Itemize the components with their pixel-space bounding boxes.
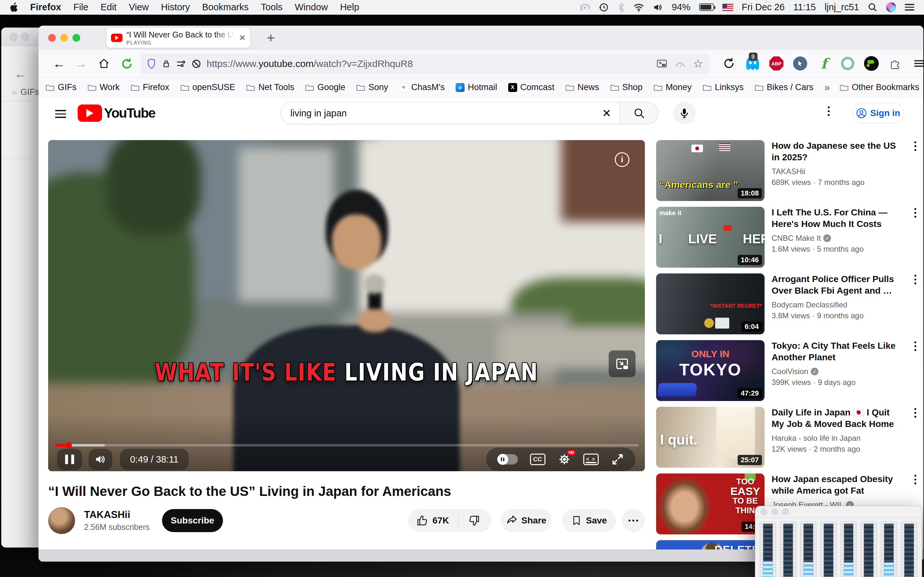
menu-view[interactable]: View	[129, 2, 149, 13]
video-title[interactable]: Arrogant Police Officer Pulls Over Black…	[772, 274, 900, 297]
bookmark-folder-net-tools[interactable]: Net Tools	[246, 82, 294, 92]
eq-minimize-button[interactable]	[771, 508, 778, 515]
minimize-window-button[interactable]	[60, 34, 68, 42]
channel-name[interactable]: CoolVision	[772, 367, 808, 376]
performance-gauge-icon[interactable]	[675, 60, 685, 68]
video-item-4[interactable]: ONLY IN TOKYO 47:29 Tokyo: A City That F…	[656, 340, 916, 401]
like-icon[interactable]	[417, 515, 428, 526]
progress-bar[interactable]	[55, 444, 638, 446]
pause-button[interactable]	[57, 449, 82, 470]
thumbnail-2[interactable]: make it I LIVE HERE 10:46	[656, 207, 764, 268]
zoom-window-button[interactable]	[73, 34, 80, 42]
channel-name[interactable]: CNBC Make It	[772, 234, 821, 243]
video-item-3[interactable]: *INSTANT REGRET* 6:04 Arrogant Police Of…	[656, 274, 916, 334]
home-button[interactable]	[95, 55, 113, 73]
menu-tools[interactable]: Tools	[261, 2, 283, 13]
wifi-icon[interactable]	[633, 3, 644, 12]
bookmark-folder-sony[interactable]: Sony	[356, 82, 388, 92]
search-button[interactable]	[620, 102, 658, 124]
bookmarks-overflow-chevron[interactable]: »	[824, 81, 830, 93]
bookmark-comcast[interactable]: XComcast	[508, 82, 555, 92]
item-kebab-menu[interactable]	[914, 342, 916, 351]
smart-refresh-extension-icon[interactable]	[118, 55, 136, 73]
menu-help[interactable]: Help	[340, 2, 359, 13]
bookmark-folder-news[interactable]: News	[565, 82, 599, 92]
channel-name[interactable]: TAKASHii	[772, 167, 805, 176]
firefox-pip-toggle[interactable]	[609, 350, 636, 377]
forward-button[interactable]: →	[72, 55, 90, 73]
save-button[interactable]: Save	[562, 509, 616, 532]
item-kebab-menu[interactable]	[914, 475, 916, 484]
eq-channel[interactable]	[901, 522, 917, 577]
video-title[interactable]: I Left The U.S. For China — Here's How M…	[772, 207, 900, 230]
eq-channel[interactable]	[881, 522, 897, 577]
new-tab-button[interactable]: +	[263, 30, 278, 45]
back-arrow-icon[interactable]: ←	[14, 67, 27, 81]
privacy-ring-extension-icon[interactable]	[838, 55, 857, 73]
menu-window[interactable]: Window	[295, 2, 328, 13]
opensuse-extension-icon[interactable]	[863, 55, 880, 73]
item-kebab-menu[interactable]	[914, 275, 916, 284]
back-button[interactable]: ←	[50, 55, 68, 73]
channel-name[interactable]: TAKASHii	[84, 509, 130, 521]
bookmark-hotmail[interactable]: oHotmail	[456, 82, 497, 92]
tab-youtube[interactable]: “I Will Never Go Back to the US” PLAYING…	[107, 28, 250, 48]
bluetooth-icon[interactable]	[618, 3, 625, 12]
menubar-time[interactable]: 11:15	[793, 2, 816, 13]
thumbnail-4[interactable]: ONLY IN TOKYO 47:29	[656, 340, 764, 401]
eq-channel[interactable]	[841, 522, 857, 577]
item-kebab-menu[interactable]	[914, 408, 916, 418]
permissions-icon[interactable]	[176, 59, 186, 69]
share-button[interactable]: Share	[501, 509, 552, 532]
lock-icon[interactable]	[162, 59, 171, 69]
other-bookmarks-folder[interactable]: Other Bookmarks	[840, 82, 919, 92]
sign-in-button[interactable]: Sign in	[852, 103, 904, 123]
autoplay-toggle[interactable]	[497, 454, 518, 464]
item-kebab-menu[interactable]	[914, 208, 916, 218]
theater-mode-button[interactable]: < >	[583, 454, 599, 465]
url-bar[interactable]: https://www.youtube.com/watch?v=ZijxdRhq…	[141, 53, 709, 74]
eq-channel[interactable]	[800, 522, 817, 577]
apple-menu-icon[interactable]	[10, 3, 18, 12]
fullscreen-button[interactable]	[611, 453, 624, 466]
menubar-date[interactable]: Fri Dec 26	[742, 2, 785, 13]
bookmark-folder-money[interactable]: Money	[654, 82, 692, 92]
menu-history[interactable]: History	[161, 2, 190, 13]
adblock-plus-extension-icon[interactable]: ABP	[767, 55, 785, 73]
tab-close-icon[interactable]: ✕	[239, 33, 246, 43]
menu-edit[interactable]: Edit	[100, 2, 116, 13]
bookmark-folder-work[interactable]: Work	[87, 82, 120, 92]
eq-close-button[interactable]	[760, 508, 767, 515]
menu-file[interactable]: File	[73, 2, 89, 13]
siri-icon[interactable]	[886, 2, 896, 12]
youtube-logo[interactable]: YouTube	[78, 105, 155, 122]
bookmark-folder-bikes-cars[interactable]: Bikes / Cars	[754, 82, 814, 92]
eq-channel[interactable]	[760, 522, 776, 577]
bookmark-folder-linksys[interactable]: Linksys	[703, 82, 744, 92]
url-text[interactable]: https://www.youtube.com/watch?v=ZijxdRhq…	[207, 58, 651, 69]
eq-channel[interactable]	[821, 522, 837, 577]
channel-name[interactable]: Haruka - solo life in Japan	[772, 434, 861, 443]
background-window[interactable]: ← GIFs	[1, 27, 39, 548]
voice-search-button[interactable]	[673, 102, 696, 124]
eq-zoom-button[interactable]	[782, 508, 789, 515]
search-input[interactable]: living in japan ✕	[280, 102, 620, 124]
menu-firefox[interactable]: Firefox	[30, 2, 61, 13]
video-item-5[interactable]: I quit. 25:07 Daily Life in Japan 🇯🇵 I Q…	[656, 407, 916, 468]
video-title[interactable]: Daily Life in Japan 🇯🇵 I Quit My Job & M…	[772, 407, 900, 430]
ghostery-extension-icon[interactable]: 8	[744, 55, 762, 73]
video-item-1[interactable]: “Americans are ” 18:08 How do Japanese s…	[656, 140, 916, 201]
header-kebab-menu[interactable]	[828, 106, 830, 116]
spotlight-search-icon[interactable]	[868, 3, 877, 12]
bgwindow-folder-gifs[interactable]: GIFs	[12, 87, 39, 97]
bookmark-folder-firefox[interactable]: Firefox	[131, 82, 170, 92]
bookmark-star-icon[interactable]: ☆	[693, 57, 703, 71]
more-actions-button[interactable]	[622, 509, 645, 532]
like-count[interactable]: 67K	[433, 516, 449, 526]
video-info-icon[interactable]: i	[615, 152, 630, 167]
video-item-2[interactable]: make it I LIVE HERE 10:46 I Left The U.S…	[656, 207, 916, 268]
control-center-icon[interactable]	[905, 2, 914, 12]
pointer-extension-icon[interactable]	[791, 55, 809, 73]
channel-name[interactable]: Bodycam Declassified	[772, 300, 847, 309]
close-window-button[interactable]	[48, 34, 56, 42]
